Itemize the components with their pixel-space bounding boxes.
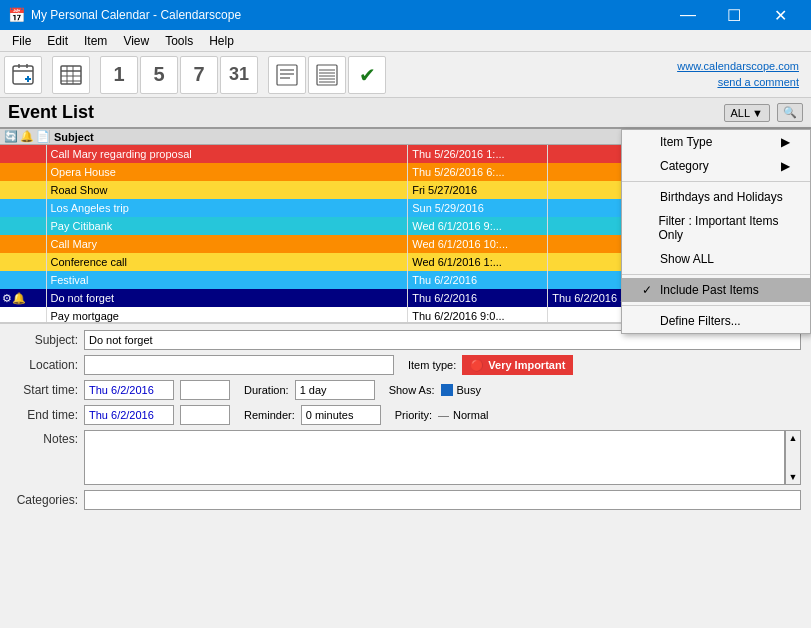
notes-input[interactable] [84, 430, 785, 485]
row-next-occurrence: Thu 5/26/2016 6:... [408, 163, 548, 181]
agenda-view-button[interactable] [268, 56, 306, 94]
calendar-view-button[interactable] [52, 56, 90, 94]
svg-rect-12 [277, 65, 297, 85]
row-subject: Pay mortgage [46, 307, 408, 323]
row-next-occurrence: Sun 5/29/2016 [408, 199, 548, 217]
categories-label: Categories: [10, 493, 78, 507]
notes-label: Notes: [10, 432, 78, 446]
maximize-button[interactable]: ☐ [711, 0, 757, 30]
location-label: Location: [10, 358, 78, 372]
new-event-button[interactable] [4, 56, 42, 94]
details-panel: Subject: Location: Item type: 🔴 Very Imp… [0, 323, 811, 628]
list-view-button[interactable] [308, 56, 346, 94]
subject-label: Subject: [10, 333, 78, 347]
dropdown-item-type[interactable]: Item Type ▶ [622, 130, 810, 154]
row-subject: Do not forget [46, 289, 408, 307]
start-time-input[interactable] [180, 380, 230, 400]
week-view-button[interactable]: 5 [140, 56, 178, 94]
notes-scrollbar: ▲ ▼ [785, 430, 801, 485]
menu-item[interactable]: Item [76, 32, 115, 50]
notes-row: Notes: ▲ ▼ [10, 430, 801, 485]
refresh-icon[interactable]: 🔄 [4, 130, 18, 143]
row-subject: Festival [46, 271, 408, 289]
row-subject: Road Show [46, 181, 408, 199]
dropdown-include-past[interactable]: ✓ Include Past Items [622, 278, 810, 302]
month7-view-button[interactable]: 7 [180, 56, 218, 94]
event-list-container: 🔄 🔔 📄 Subject Next Occurrence Call Mary … [0, 129, 811, 323]
svg-rect-0 [13, 66, 33, 84]
dropdown-important[interactable]: Filter : Important Items Only [622, 209, 810, 247]
show-as-text: Busy [457, 384, 481, 396]
website-link[interactable]: www.calendarscope.com [677, 59, 799, 74]
item-type-label-text: Item type: [408, 359, 456, 371]
duration-input[interactable] [295, 380, 375, 400]
item-type-value: Very Important [488, 359, 565, 371]
menu-file[interactable]: File [4, 32, 39, 50]
window-title: My Personal Calendar - Calendarscope [31, 8, 665, 22]
row-icons [0, 217, 46, 235]
end-date-input[interactable] [84, 405, 174, 425]
tasks-view-button[interactable]: ✔ [348, 56, 386, 94]
location-row: Location: Item type: 🔴 Very Important [10, 355, 801, 375]
submenu-arrow-icon: ▶ [781, 135, 790, 149]
search-button[interactable]: 🔍 [777, 103, 803, 122]
dropdown-sep-2 [622, 274, 810, 275]
categories-input[interactable] [84, 490, 801, 510]
title-bar: 📅 My Personal Calendar - Calendarscope —… [0, 0, 811, 30]
filter-label: ALL [731, 107, 751, 119]
birthdays-label: Birthdays and Holidays [660, 190, 783, 204]
end-time-row: End time: Reminder: Priority: — Normal [10, 405, 801, 425]
check-mark-icon: ✓ [642, 283, 656, 297]
notes-scroll-up[interactable]: ▲ [786, 431, 800, 443]
item-type-button[interactable]: 🔴 Very Important [462, 355, 573, 375]
row-next-occurrence: Thu 6/2/2016 [408, 271, 548, 289]
reminder-input[interactable] [301, 405, 381, 425]
app-icon: 📅 [8, 7, 25, 23]
row-icons [0, 271, 46, 289]
row-subject: Call Mary [46, 235, 408, 253]
dropdown-define-filters[interactable]: Define Filters... [622, 309, 810, 333]
categories-row: Categories: [10, 490, 801, 510]
end-time-input[interactable] [180, 405, 230, 425]
dropdown-show-all[interactable]: Show ALL [622, 247, 810, 271]
close-button[interactable]: ✕ [757, 0, 803, 30]
define-filters-label: Define Filters... [660, 314, 741, 328]
minimize-button[interactable]: — [665, 0, 711, 30]
start-date-input[interactable] [84, 380, 174, 400]
location-input[interactable] [84, 355, 394, 375]
menu-help[interactable]: Help [201, 32, 242, 50]
submenu-arrow2-icon: ▶ [781, 159, 790, 173]
row-icons [0, 181, 46, 199]
row-subject: Pay Citibank [46, 217, 408, 235]
row-next-occurrence: Wed 6/1/2016 9:... [408, 217, 548, 235]
dropdown-category[interactable]: Category ▶ [622, 154, 810, 178]
end-time-label: End time: [10, 408, 78, 422]
menu-tools[interactable]: Tools [157, 32, 201, 50]
row-icons [0, 199, 46, 217]
row-icons [0, 253, 46, 271]
category-label: Category [660, 159, 709, 173]
row-next-occurrence: Wed 6/1/2016 10:... [408, 235, 548, 253]
row-icons [0, 145, 46, 163]
header-icons-col: 🔄 🔔 📄 [4, 130, 50, 143]
row-subject: Conference call [46, 253, 408, 271]
row-next-occurrence: Thu 5/26/2016 1:... [408, 145, 548, 163]
month31-view-button[interactable]: 31 [220, 56, 258, 94]
window-controls: — ☐ ✕ [665, 0, 803, 30]
row-icons [0, 163, 46, 181]
menu-view[interactable]: View [115, 32, 157, 50]
row-next-occurrence: Wed 6/1/2016 1:... [408, 253, 548, 271]
notes-scroll-down[interactable]: ▼ [786, 472, 800, 484]
comment-link[interactable]: send a comment [677, 75, 799, 90]
toolbar: 1 5 7 31 ✔ www.calendarscope.com send a … [0, 52, 811, 98]
menu-edit[interactable]: Edit [39, 32, 76, 50]
row-icons [0, 235, 46, 253]
notes-scroll-thumb [786, 443, 800, 472]
menu-bar: File Edit Item View Tools Help [0, 30, 811, 52]
day-view-button[interactable]: 1 [100, 56, 138, 94]
filter-all-button[interactable]: ALL ▼ [724, 104, 770, 122]
priority-label: Priority: [395, 409, 432, 421]
row-icons: ⚙🔔 [0, 289, 46, 307]
dropdown-birthdays[interactable]: Birthdays and Holidays [622, 185, 810, 209]
subject-column-header[interactable]: Subject [54, 131, 643, 143]
